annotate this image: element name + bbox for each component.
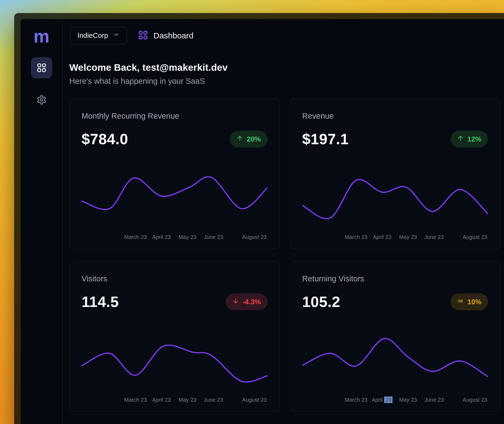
axis-tick: June 23	[204, 234, 223, 240]
sidebar-item-dashboard[interactable]	[31, 57, 52, 78]
axis-tick: May 23	[179, 397, 197, 403]
grid-icon	[36, 63, 47, 73]
axis-tick: May 23	[399, 234, 417, 240]
dashboard-app: m	[21, 19, 504, 424]
axis-tick: March 23	[124, 397, 147, 403]
card-revenue: Revenue $197.1 12%	[290, 98, 500, 249]
metric-value: $784.0	[82, 130, 128, 148]
axis-tick: August 23	[242, 234, 267, 240]
x-axis: March 23 April23 May 23 June 23 August 2…	[302, 397, 488, 404]
axis-tick: April23	[372, 397, 392, 403]
card-visitors: Visitors 114.5 -4.3%	[69, 261, 280, 412]
axis-tick: March 23	[345, 397, 367, 403]
x-axis: March 23 April 23 May 23 June 23 August …	[82, 397, 267, 404]
trend-badge: -4.3%	[226, 293, 267, 310]
x-axis: March 23 April 23 May 23 June 23 August …	[82, 234, 267, 241]
arrow-down-icon	[232, 297, 239, 306]
metric-value: 105.2	[302, 293, 340, 311]
axis-tick: August 23	[463, 234, 487, 240]
axis-tick: August 23	[463, 397, 487, 403]
trend-badge-label: 20%	[247, 135, 261, 143]
trend-badge-label: 12%	[467, 135, 481, 143]
x-axis: March 23 April 23 May 23 June 23 August …	[302, 234, 488, 241]
chevron-down-icon	[113, 31, 120, 40]
arrow-up-icon	[236, 135, 243, 144]
metrics-grid: Monthly Recurring Revenue $784.0 20%	[69, 98, 500, 412]
topbar: IndieCorp Dashboard	[63, 19, 504, 52]
card-title: Visitors	[82, 274, 267, 283]
trend-badge-label: -4.3%	[242, 298, 261, 306]
trend-badge: 12%	[450, 131, 488, 148]
welcome-heading: Welcome Back, test@makerkit.dev	[69, 62, 500, 73]
metric-value: 114.5	[82, 293, 119, 311]
welcome-subheading: Here's what is happening in your SaaS	[69, 77, 500, 86]
axis-tick: August 23	[242, 397, 267, 403]
card-title: Revenue	[302, 112, 488, 121]
axis-tick: June 23	[424, 234, 444, 240]
trend-badge: 20%	[230, 131, 267, 148]
axis-tick: March 23	[124, 234, 147, 240]
line-chart	[302, 333, 488, 392]
metric-value: $197.1	[302, 130, 349, 148]
breadcrumb: Dashboard	[138, 30, 194, 41]
axis-tick: May 23	[399, 397, 417, 403]
line-chart	[82, 171, 267, 229]
app-window: m	[14, 13, 504, 424]
card-title: Monthly Recurring Revenue	[82, 112, 267, 121]
page-title: Dashboard	[154, 31, 194, 40]
brand-logo: m	[33, 27, 49, 45]
line-chart	[302, 171, 488, 229]
gear-icon	[36, 95, 47, 105]
axis-tick: April 23	[152, 234, 171, 240]
card-monthly-recurring-revenue: Monthly Recurring Revenue $784.0 20%	[69, 98, 280, 249]
sidebar-item-settings[interactable]	[31, 89, 52, 110]
account-selector-button[interactable]: IndieCorp	[70, 27, 127, 44]
card-returning-visitors: Returning Visitors 105.2 10%	[290, 261, 500, 412]
main-column: IndieCorp Dashboard	[63, 19, 504, 424]
trend-badge-label: 10%	[467, 298, 481, 306]
axis-tick: May 23	[179, 234, 197, 240]
axis-tick: March 23	[345, 234, 367, 240]
axis-tick: June 23	[424, 397, 444, 403]
content-area: Welcome Back, test@makerkit.dev Here's w…	[63, 52, 504, 424]
line-chart	[82, 333, 267, 392]
equals-icon	[457, 297, 464, 306]
selected-text: 23	[384, 397, 392, 403]
card-title: Returning Visitors	[302, 274, 488, 283]
sidebar: m	[21, 19, 63, 424]
trend-badge: 10%	[450, 293, 488, 310]
axis-tick: April 23	[152, 397, 171, 403]
arrow-up-icon	[457, 135, 464, 144]
dashboard-grid-icon	[138, 30, 148, 41]
axis-tick: April 23	[373, 234, 391, 240]
account-selector-label: IndieCorp	[77, 31, 108, 40]
axis-tick: June 23	[204, 397, 223, 403]
